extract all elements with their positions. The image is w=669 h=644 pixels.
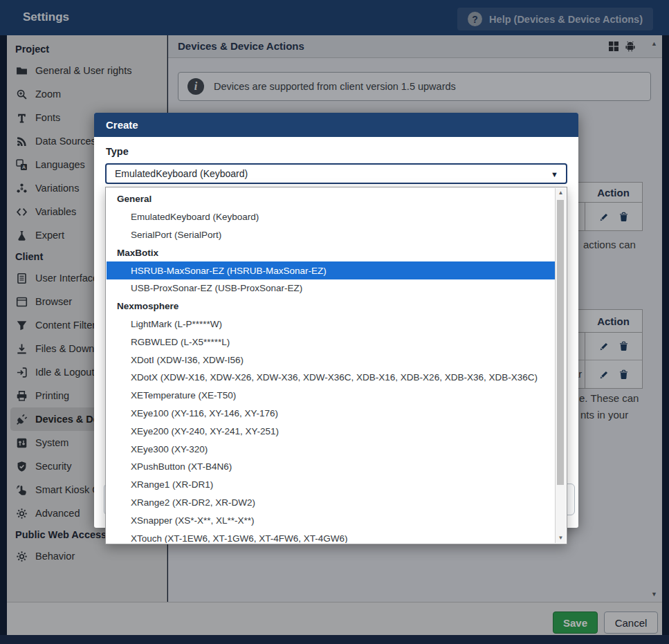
dropdown-option-lightmark[interactable]: LightMark (L-P*****W): [107, 315, 555, 333]
dropdown-option-xeye200[interactable]: XEye200 (XY-240, XY-241, XY-251): [107, 422, 555, 440]
dropdown-option-xrange2[interactable]: XRange2 (XR-DR2, XR-DW2): [107, 494, 555, 512]
dropdown-group-maxbotix: MaxBotix: [107, 243, 555, 261]
dropdown-option-xetemperature[interactable]: XETemperature (XE-T50): [107, 387, 555, 405]
scrollbar-thumb[interactable]: [557, 200, 564, 485]
scroll-down-icon[interactable]: ▼: [556, 533, 566, 543]
type-select-value: EmulatedKeyboard (Keyboard): [115, 168, 248, 179]
dropdown-option-hsrub-maxsonar-ez[interactable]: HSRUB-MaxSonar-EZ (HSRUB-MaxSonar-EZ): [107, 261, 555, 279]
dropdown-option-xrange1[interactable]: XRange1 (XR-DR1): [107, 476, 555, 494]
modal-title: Create: [106, 119, 138, 131]
type-dropdown-list: GeneralEmulatedKeyboard (Keyboard)Serial…: [105, 187, 567, 544]
dropdown-option-xtouch[interactable]: XTouch (XT-1EW6, XT-1GW6, XT-4FW6, XT-4G…: [107, 529, 555, 543]
dropdown-option-emulatedkeyboard[interactable]: EmulatedKeyboard (Keyboard): [107, 208, 555, 226]
dropdown-option-xeye100[interactable]: XEye100 (XY-116, XY-146, XY-176): [107, 405, 555, 423]
dropdown-scrollbar[interactable]: ▲ ▼: [555, 188, 566, 543]
type-select[interactable]: EmulatedKeyboard (Keyboard) ▼: [105, 163, 567, 184]
settings-window: Settings ? Help (Devices & Device Action…: [0, 0, 669, 644]
dropdown-option-rgbwled[interactable]: RGBWLED (L-X5*****L): [107, 333, 555, 351]
dropdown-group-nexmosphere: Nexmosphere: [107, 297, 555, 315]
dropdown-option-xdoti[interactable]: XDotI (XDW-I36, XDW-I56): [107, 351, 555, 369]
dropdown-option-xsnapper[interactable]: XSnapper (XS*-X**, XL**-X**): [107, 511, 555, 529]
dropdown-option-xpushbutton[interactable]: XPushButton (XT-B4N6): [107, 458, 555, 476]
scroll-up-icon[interactable]: ▲: [556, 188, 566, 198]
modal-header: Create: [94, 113, 578, 137]
dropdown-option-xdotx[interactable]: XDotX (XDW-X16, XDW-X26, XDW-X36, XDW-X3…: [107, 369, 555, 387]
dropdown-group-general: General: [107, 190, 555, 208]
type-field-label: Type: [106, 146, 129, 157]
dropdown-option-usb-proxsonar-ez[interactable]: USB-ProxSonar-EZ (USB-ProxSonar-EZ): [107, 279, 555, 297]
dropdown-option-serialport[interactable]: SerialPort (SerialPort): [107, 226, 555, 244]
dropdown-option-xeye300[interactable]: XEye300 (XY-320): [107, 440, 555, 458]
chevron-down-icon: ▼: [551, 170, 558, 178]
